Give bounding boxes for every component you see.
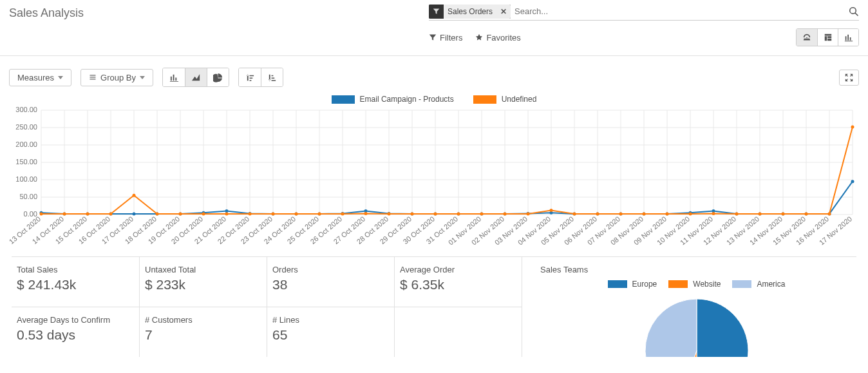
- svg-point-132: [272, 212, 275, 215]
- svg-text:50.00: 50.00: [19, 193, 37, 200]
- chart-type-group: [162, 68, 229, 87]
- legend-item[interactable]: Email Campaign - Products: [332, 95, 454, 104]
- stats-grid: Total Sales$ 241.43k Untaxed Total$ 233k…: [0, 250, 868, 357]
- search-icon[interactable]: [849, 6, 859, 17]
- chart-bar-button[interactable]: [163, 68, 185, 86]
- pie-legend-item[interactable]: Website: [668, 280, 721, 289]
- dashboard-icon: [802, 33, 811, 42]
- chevron-down-icon: [140, 76, 145, 79]
- svg-point-130: [225, 212, 229, 215]
- pivot-icon: [824, 33, 833, 42]
- svg-point-126: [133, 194, 136, 197]
- svg-point-156: [828, 212, 831, 215]
- svg-point-141: [480, 212, 484, 215]
- pie-legend-item[interactable]: America: [732, 280, 785, 289]
- expand-icon: [845, 73, 853, 82]
- chevron-down-icon: [58, 76, 63, 79]
- sort-group: [238, 68, 283, 87]
- stat-empty: [394, 307, 522, 357]
- sales-teams-title: Sales Teams: [540, 265, 853, 274]
- stat-total-sales[interactable]: Total Sales$ 241.43k: [12, 256, 139, 307]
- svg-point-139: [434, 212, 437, 215]
- filters-button[interactable]: Filters: [429, 33, 462, 43]
- svg-point-149: [666, 212, 669, 215]
- list-icon: [89, 73, 97, 81]
- stat-avg-order[interactable]: Average Order$ 6.35k: [394, 256, 522, 307]
- svg-point-128: [179, 212, 182, 215]
- view-pivot-button[interactable]: [817, 29, 838, 46]
- star-icon: [475, 33, 483, 41]
- svg-point-145: [573, 212, 576, 215]
- pie-legend-item[interactable]: Europe: [608, 280, 657, 289]
- stat-orders[interactable]: Orders38: [267, 256, 394, 307]
- svg-point-122: [40, 212, 43, 215]
- svg-point-121: [851, 180, 854, 183]
- svg-text:250.00: 250.00: [15, 123, 37, 131]
- svg-text:150.00: 150.00: [15, 158, 37, 166]
- stat-lines[interactable]: # Lines65: [267, 307, 394, 357]
- svg-point-133: [295, 212, 298, 215]
- svg-text:200.00: 200.00: [15, 140, 37, 148]
- svg-point-137: [388, 212, 391, 215]
- svg-point-157: [851, 125, 854, 128]
- view-switch: [796, 28, 859, 46]
- svg-point-135: [341, 212, 344, 215]
- sort-asc-icon: [245, 73, 255, 82]
- legend-item[interactable]: Undefined: [473, 95, 537, 104]
- groupby-button[interactable]: Group By: [80, 69, 153, 86]
- view-graph-button[interactable]: [838, 29, 858, 46]
- svg-point-153: [759, 212, 762, 215]
- page-title: Sales Analysis: [9, 4, 84, 20]
- filter-chip-close[interactable]: ✕: [496, 5, 511, 19]
- filter-chip-label: Sales Orders: [444, 5, 496, 19]
- chart-container: Email Campaign - ProductsUndefined 0.005…: [0, 95, 868, 250]
- svg-point-123: [63, 212, 66, 215]
- chart-line-button[interactable]: [185, 68, 207, 86]
- svg-point-131: [249, 212, 252, 215]
- chart-legend: Email Campaign - ProductsUndefined: [9, 95, 859, 104]
- svg-point-124: [86, 212, 90, 215]
- chart-pie-button[interactable]: [207, 68, 229, 86]
- sort-desc-button[interactable]: [261, 68, 283, 86]
- stat-avg-days[interactable]: Average Days to Confirm0.53 days: [12, 307, 139, 357]
- svg-point-136: [364, 212, 368, 215]
- svg-point-144: [550, 209, 553, 212]
- topbar: Sales Analysis Sales Orders ✕ Filters Fa…: [0, 0, 868, 56]
- svg-point-143: [527, 212, 530, 215]
- svg-point-90: [133, 212, 136, 215]
- view-dashboard-button[interactable]: [797, 29, 817, 46]
- pie-legend: EuropeWebsiteAmerica: [540, 280, 853, 289]
- pie-chart[interactable]: [639, 292, 755, 357]
- svg-point-140: [457, 212, 460, 215]
- measures-button[interactable]: Measures: [9, 69, 71, 86]
- svg-point-155: [805, 212, 808, 215]
- svg-text:100.00: 100.00: [15, 175, 37, 183]
- search-row: Sales Orders ✕: [429, 4, 859, 21]
- favorites-button[interactable]: Favorites: [475, 33, 520, 43]
- filter-row: Filters Favorites: [429, 21, 859, 55]
- svg-point-147: [619, 212, 623, 215]
- filter-icon: [429, 5, 444, 19]
- stat-customers[interactable]: # Customers7: [139, 307, 267, 357]
- svg-point-125: [109, 212, 113, 215]
- svg-point-154: [782, 212, 785, 215]
- line-chart[interactable]: 0.0050.00100.00150.00200.00250.00300.001…: [9, 105, 859, 250]
- search-area: Sales Orders ✕ Filters Favorites: [429, 4, 859, 55]
- svg-point-151: [712, 212, 715, 215]
- filters-label: Filters: [440, 33, 462, 43]
- search-input[interactable]: [511, 4, 849, 19]
- favorites-label: Favorites: [486, 33, 520, 43]
- svg-point-146: [596, 212, 599, 215]
- sort-asc-button[interactable]: [239, 68, 261, 86]
- bar-chart-icon: [169, 73, 179, 82]
- svg-point-127: [156, 212, 159, 215]
- filter-icon: [429, 33, 437, 41]
- svg-text:300.00: 300.00: [15, 106, 37, 113]
- svg-point-94: [225, 209, 229, 213]
- expand-button[interactable]: [839, 70, 859, 86]
- filter-chip: Sales Orders ✕: [429, 5, 511, 19]
- sales-teams-panel: Sales Teams EuropeWebsiteAmerica: [522, 256, 856, 357]
- stat-untaxed-total[interactable]: Untaxed Total$ 233k: [139, 256, 267, 307]
- graph-icon: [844, 33, 853, 42]
- sort-desc-icon: [267, 73, 277, 82]
